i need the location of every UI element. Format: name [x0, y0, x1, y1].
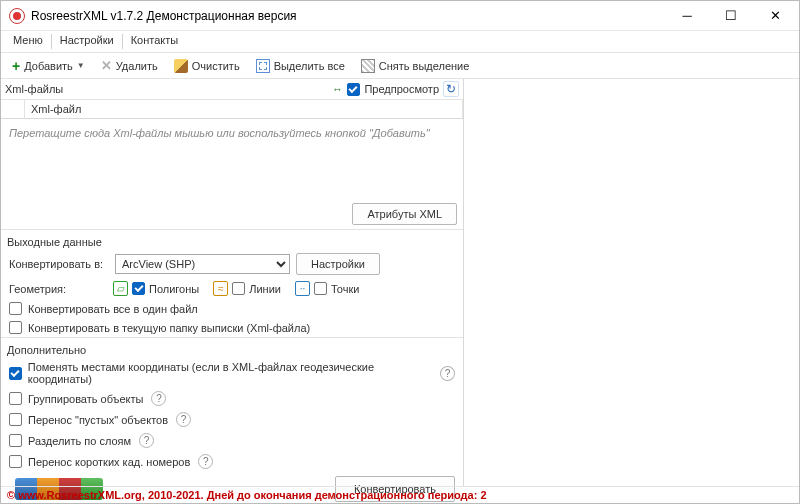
geometry-label: Геометрия:: [9, 283, 109, 295]
all-one-checkbox[interactable]: [9, 302, 22, 315]
swap-checkbox[interactable]: [9, 367, 22, 380]
empty-row: Перенос "пустых" объектов ?: [1, 409, 463, 430]
select-all-button[interactable]: Выделить все: [249, 56, 352, 76]
xml-files-label: Xml-файлы: [5, 83, 328, 95]
preview-label: Предпросмотр: [364, 83, 439, 95]
minimize-button[interactable]: ─: [665, 1, 709, 30]
add-button[interactable]: + Добавить ▼: [5, 56, 92, 76]
points-checkbox[interactable]: [314, 282, 327, 295]
grid-col-check: [1, 100, 25, 118]
geometry-row: Геометрия: ▱ Полигоны ≈ Линии ∙∙ Точки: [1, 278, 463, 299]
menubar: Меню Настройки Контакты: [1, 31, 799, 53]
group-row: Группировать объекты ?: [1, 388, 463, 409]
menu-settings[interactable]: Настройки: [52, 31, 122, 52]
polygons-label: Полигоны: [149, 283, 199, 295]
all-one-row: Конвертировать все в один файл: [1, 299, 463, 318]
convert-to-label: Конвертировать в:: [9, 258, 109, 270]
clear-button[interactable]: Очистить: [167, 56, 247, 76]
polygons-checkbox[interactable]: [132, 282, 145, 295]
group-checkbox[interactable]: [9, 392, 22, 405]
drop-area[interactable]: Перетащите сюда Xml-файлы мышью или восп…: [1, 119, 463, 199]
point-icon: ∙∙: [295, 281, 310, 296]
right-panel: [464, 79, 799, 486]
app-window: RosreestrXML v1.7.2 Демонстрационная вер…: [0, 0, 800, 504]
broom-icon: [174, 59, 188, 73]
app-icon: [9, 8, 25, 24]
status-bar: © www.RosreestrXML.org, 2010-2021. Дней …: [1, 486, 799, 503]
extra-section-title: Дополнительно: [1, 337, 463, 358]
lines-label: Линии: [249, 283, 281, 295]
select-all-icon: [256, 59, 270, 73]
preview-checkbox[interactable]: [347, 83, 360, 96]
help-icon[interactable]: ?: [440, 366, 455, 381]
delete-label: Удалить: [116, 60, 158, 72]
menu-contacts[interactable]: Контакты: [123, 31, 187, 52]
convert-to-row: Конвертировать в: ArcView (SHP) Настройк…: [1, 250, 463, 278]
dropdown-icon: ▼: [77, 61, 85, 70]
current-folder-checkbox[interactable]: [9, 321, 22, 334]
x-icon: ✕: [101, 58, 112, 73]
short-label: Перенос коротких кад. номеров: [28, 456, 190, 468]
menu-main[interactable]: Меню: [5, 31, 51, 52]
grid-header: Xml-файл: [1, 100, 463, 119]
grid-col-file: Xml-файл: [25, 100, 463, 118]
current-folder-label: Конвертировать в текущую папку выписки (…: [28, 322, 310, 334]
swap-row: Поменять местами координаты (если в XML-…: [1, 358, 463, 388]
swap-label: Поменять местами координаты (если в XML-…: [28, 361, 433, 385]
help-icon[interactable]: ?: [198, 454, 213, 469]
left-panel: Xml-файлы ↔ Предпросмотр ↻ Xml-файл Пере…: [1, 79, 464, 486]
format-select[interactable]: ArcView (SHP): [115, 254, 290, 274]
layers-row: Разделить по слоям ?: [1, 430, 463, 451]
line-icon: ≈: [213, 281, 228, 296]
maximize-button[interactable]: ☐: [709, 1, 753, 30]
attributes-button[interactable]: Атрибуты XML: [352, 203, 457, 225]
body: Xml-файлы ↔ Предпросмотр ↻ Xml-файл Пере…: [1, 79, 799, 486]
group-label: Группировать объекты: [28, 393, 143, 405]
select-all-label: Выделить все: [274, 60, 345, 72]
empty-checkbox[interactable]: [9, 413, 22, 426]
refresh-icon[interactable]: ↻: [443, 81, 459, 97]
lines-checkbox[interactable]: [232, 282, 245, 295]
clear-label: Очистить: [192, 60, 240, 72]
output-section-title: Выходные данные: [1, 230, 463, 250]
xml-files-header: Xml-файлы ↔ Предпросмотр ↻: [1, 79, 463, 100]
help-icon[interactable]: ?: [151, 391, 166, 406]
plus-icon: +: [12, 59, 20, 73]
deselect-label: Снять выделение: [379, 60, 470, 72]
deselect-icon: [361, 59, 375, 73]
empty-label: Перенос "пустых" объектов: [28, 414, 168, 426]
titlebar: RosreestrXML v1.7.2 Демонстрационная вер…: [1, 1, 799, 31]
swap-icon[interactable]: ↔: [330, 82, 344, 96]
deselect-button[interactable]: Снять выделение: [354, 56, 477, 76]
output-settings-button[interactable]: Настройки: [296, 253, 380, 275]
short-checkbox[interactable]: [9, 455, 22, 468]
add-label: Добавить: [24, 60, 73, 72]
all-one-label: Конвертировать все в один файл: [28, 303, 198, 315]
toolbar: + Добавить ▼ ✕ Удалить Очистить Выделить…: [1, 53, 799, 79]
attributes-row: Атрибуты XML: [1, 199, 463, 230]
help-icon[interactable]: ?: [139, 433, 154, 448]
close-button[interactable]: ✕: [753, 1, 797, 30]
delete-button[interactable]: ✕ Удалить: [94, 55, 165, 76]
points-label: Точки: [331, 283, 359, 295]
window-title: RosreestrXML v1.7.2 Демонстрационная вер…: [31, 9, 665, 23]
current-folder-row: Конвертировать в текущую папку выписки (…: [1, 318, 463, 337]
layers-checkbox[interactable]: [9, 434, 22, 447]
short-row: Перенос коротких кад. номеров ?: [1, 451, 463, 472]
layers-label: Разделить по слоям: [28, 435, 131, 447]
help-icon[interactable]: ?: [176, 412, 191, 427]
polygon-icon: ▱: [113, 281, 128, 296]
